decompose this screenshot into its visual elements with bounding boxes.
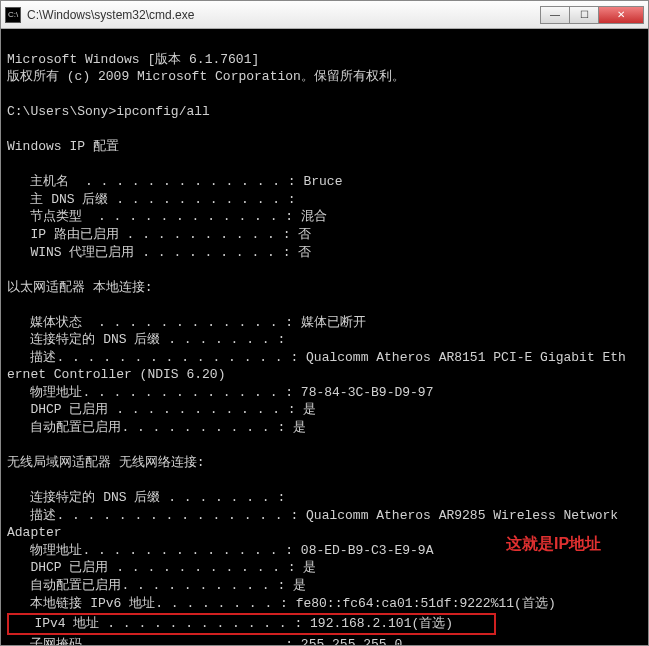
- hostname-row: 主机名 . . . . . . . . . . . . . : Bruce: [7, 174, 342, 189]
- wlan-desc-row2: Adapter: [7, 525, 62, 540]
- eth-adapter-title: 以太网适配器 本地连接:: [7, 280, 153, 295]
- eth-conn-dns-row: 连接特定的 DNS 后缀 . . . . . . . :: [7, 332, 285, 347]
- wlan-dhcp-row: DHCP 已启用 . . . . . . . . . . . : 是: [7, 560, 316, 575]
- wlan-dhcp-value: 是: [303, 560, 316, 575]
- wlan-adapter-title: 无线局域网适配器 无线网络连接:: [7, 455, 205, 470]
- wlan-subnet-value: 255.255.255.0: [301, 637, 402, 645]
- eth-dhcp-value: 是: [303, 402, 316, 417]
- wlan-autoconf-row: 自动配置已启用. . . . . . . . . . : 是: [7, 578, 306, 593]
- eth-phys-row: 物理地址. . . . . . . . . . . . . : 78-84-3C…: [7, 385, 433, 400]
- version-line: Microsoft Windows [版本 6.1.7601]: [7, 52, 259, 67]
- node-type-value: 混合: [301, 209, 327, 224]
- wlan-conn-dns-row: 连接特定的 DNS 后缀 . . . . . . . :: [7, 490, 285, 505]
- wins-proxy-value: 否: [298, 245, 311, 260]
- wins-proxy-row: WINS 代理已启用 . . . . . . . . . : 否: [7, 245, 311, 260]
- eth-desc-value: Qualcomm Atheros AR8151 PCI-E Gigabit Et…: [306, 350, 626, 365]
- cmd-window: C:\ C:\Windows\system32\cmd.exe — ☐ ✕ Mi…: [0, 0, 649, 646]
- eth-desc-row2: ernet Controller (NDIS 6.20): [7, 367, 225, 382]
- prompt-line: C:\Users\Sony>ipconfig/all: [7, 104, 210, 119]
- dns-suffix-row: 主 DNS 后缀 . . . . . . . . . . . :: [7, 192, 296, 207]
- window-title: C:\Windows\system32\cmd.exe: [27, 8, 541, 22]
- titlebar[interactable]: C:\ C:\Windows\system32\cmd.exe — ☐ ✕: [1, 1, 648, 29]
- ip-annotation: 这就是IP地址: [506, 533, 601, 555]
- eth-media-row: 媒体状态 . . . . . . . . . . . . : 媒体已断开: [7, 315, 366, 330]
- ipv4-highlight-box: IPv4 地址 . . . . . . . . . . . . : 192.16…: [7, 613, 496, 635]
- maximize-button[interactable]: ☐: [569, 6, 599, 24]
- wlan-ipv4-value: 192.168.2.101(首选): [310, 616, 453, 631]
- hostname-value: Bruce: [303, 174, 342, 189]
- wlan-autoconf-value: 是: [293, 578, 306, 593]
- eth-autoconf-row: 自动配置已启用. . . . . . . . . . : 是: [7, 420, 306, 435]
- wlan-subnet-row: 子网掩码 . . . . . . . . . . . . : 255.255.2…: [7, 637, 402, 645]
- wlan-phys-value: 08-ED-B9-C3-E9-9A: [301, 543, 434, 558]
- minimize-button[interactable]: —: [540, 6, 570, 24]
- ip-routing-value: 否: [298, 227, 311, 242]
- eth-autoconf-value: 是: [293, 420, 306, 435]
- node-type-row: 节点类型 . . . . . . . . . . . . : 混合: [7, 209, 327, 224]
- copyright-line: 版权所有 (c) 2009 Microsoft Corporation。保留所有…: [7, 69, 405, 84]
- eth-phys-value: 78-84-3C-B9-D9-97: [301, 385, 434, 400]
- eth-dhcp-row: DHCP 已启用 . . . . . . . . . . . : 是: [7, 402, 316, 417]
- command-text: ipconfig/all: [116, 104, 210, 119]
- wlan-desc-value: Qualcomm Atheros AR9285 Wireless Network: [306, 508, 618, 523]
- window-controls: — ☐ ✕: [541, 6, 644, 24]
- app-icon: C:\: [5, 7, 21, 23]
- wlan-ipv6-value: fe80::fc64:ca01:51df:9222%11(首选): [296, 596, 556, 611]
- terminal-output[interactable]: Microsoft Windows [版本 6.1.7601] 版权所有 (c)…: [1, 29, 648, 645]
- eth-desc-row: 描述. . . . . . . . . . . . . . . : Qualco…: [7, 350, 626, 365]
- wlan-desc-row: 描述. . . . . . . . . . . . . . . : Qualco…: [7, 508, 618, 523]
- prompt-path: C:\Users\Sony>: [7, 104, 116, 119]
- close-button[interactable]: ✕: [598, 6, 644, 24]
- wlan-phys-row: 物理地址. . . . . . . . . . . . . : 08-ED-B9…: [7, 543, 433, 558]
- ipconfig-title: Windows IP 配置: [7, 139, 119, 154]
- eth-media-value: 媒体已断开: [301, 315, 366, 330]
- ip-routing-row: IP 路由已启用 . . . . . . . . . . : 否: [7, 227, 311, 242]
- wlan-ipv6-row: 本地链接 IPv6 地址. . . . . . . . : fe80::fc64…: [7, 596, 556, 611]
